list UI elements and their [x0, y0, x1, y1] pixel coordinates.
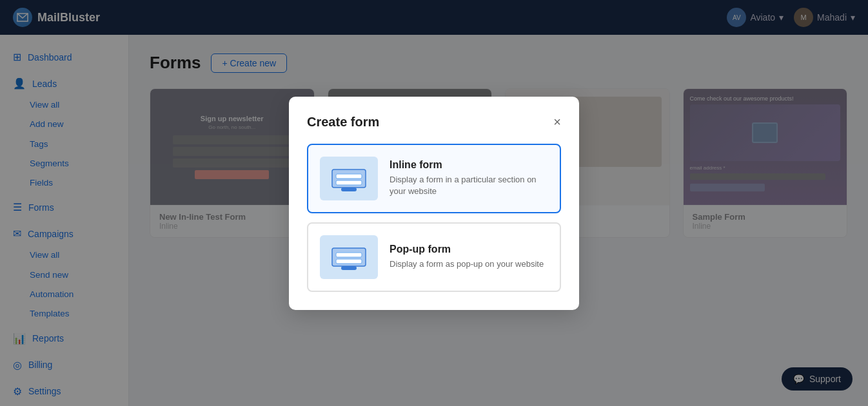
inline-form-icon [320, 157, 378, 200]
svg-rect-6 [336, 259, 362, 264]
modal-title: Create form [307, 115, 379, 130]
popup-form-icon [320, 235, 378, 279]
svg-rect-1 [336, 174, 362, 179]
modal-close-button[interactable]: × [553, 115, 561, 128]
svg-rect-7 [341, 266, 357, 270]
inline-form-name: Inline form [390, 159, 548, 171]
svg-rect-2 [336, 180, 362, 185]
popup-form-name: Pop-up form [390, 244, 548, 255]
popup-form-info: Pop-up form Display a form as pop-up on … [390, 244, 548, 270]
inline-form-option[interactable]: Inline form Display a form in a particul… [307, 144, 561, 213]
modal-header: Create form × [307, 115, 561, 130]
svg-rect-3 [341, 188, 357, 191]
popup-form-option[interactable]: Pop-up form Display a form as pop-up on … [307, 222, 561, 292]
inline-form-desc: Display a form in a particular section o… [390, 174, 548, 197]
svg-rect-5 [336, 253, 362, 257]
inline-form-info: Inline form Display a form in a particul… [390, 159, 548, 197]
create-form-modal: Create form × Inline form Display a form… [289, 97, 579, 310]
popup-form-desc: Display a form as pop-up on your website [390, 258, 548, 270]
modal-overlay[interactable]: Create form × Inline form Display a form… [0, 0, 868, 406]
